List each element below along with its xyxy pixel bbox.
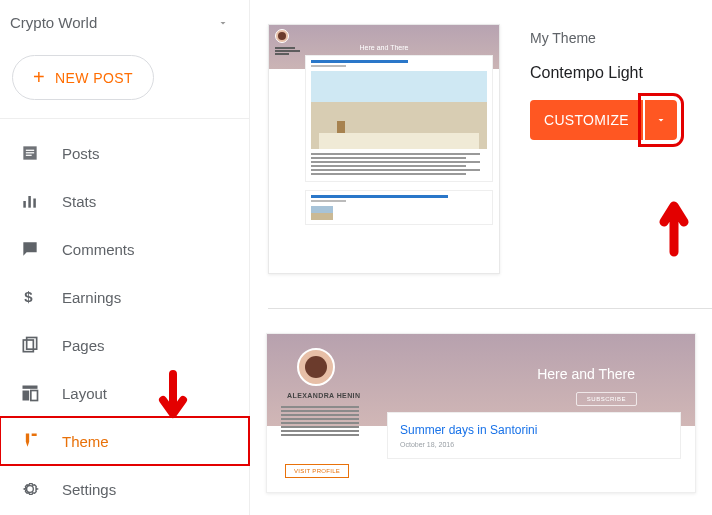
new-post-button[interactable]: + NEW POST [12,55,154,100]
divider [268,308,712,309]
chevron-down-icon [217,17,229,29]
sidebar-item-label: Settings [62,481,116,498]
posts-icon [20,143,40,163]
avatar [275,29,289,43]
svg-rect-12 [32,434,37,437]
plus-icon: + [33,66,45,89]
my-theme-label: My Theme [530,30,677,46]
preview-post-date: October 18, 2016 [400,441,668,448]
sidebar-item-label: Layout [62,385,107,402]
layout-icon [20,383,40,403]
theme-preview-large[interactable]: ALEXANDRA HENIN Here and There SUBSCRIBE… [266,333,696,493]
preview-post-card [305,55,493,182]
annotation-arrow-down-icon [155,370,191,430]
preview-author-name: ALEXANDRA HENIN [287,392,360,399]
sidebar-item-label: Earnings [62,289,121,306]
theme-icon [20,431,40,451]
theme-name: Contempo Light [530,64,677,82]
svg-rect-9 [23,386,38,389]
sidebar-item-earnings[interactable]: $ Earnings [0,273,249,321]
svg-rect-4 [28,196,31,208]
svg-rect-0 [26,150,34,151]
svg-rect-2 [26,155,32,156]
preview-post-card [305,190,493,225]
sidebar-item-label: Comments [62,241,135,258]
sidebar-item-label: Pages [62,337,105,354]
preview-hero-title: Here and There [360,44,409,51]
new-post-container: + NEW POST [0,45,249,119]
customize-button[interactable]: CUSTOMIZE [530,100,643,140]
sidebar-item-label: Theme [62,433,109,450]
comments-icon [20,239,40,259]
sidebar-item-theme[interactable]: Theme [0,417,249,465]
gear-icon [20,479,40,499]
pages-icon [20,335,40,355]
preview-visit-profile: VISIT PROFILE [285,464,349,478]
svg-rect-10 [23,391,30,401]
sidebar-nav: Posts Stats Comments $ Earnings Pages La… [0,119,249,513]
sidebar-item-label: Stats [62,193,96,210]
svg-rect-1 [26,152,34,153]
preview-post-title: Summer days in Santorini [400,423,668,437]
current-theme-row: Here and There My Theme Co [268,24,712,274]
blog-selector[interactable]: Crypto World [0,0,249,45]
svg-rect-11 [31,391,38,401]
sidebar-item-posts[interactable]: Posts [0,129,249,177]
customize-group: CUSTOMIZE [530,100,677,140]
preview-subscribe-button: SUBSCRIBE [576,392,637,406]
sidebar-item-pages[interactable]: Pages [0,321,249,369]
theme-preview-small[interactable]: Here and There [268,24,500,274]
preview-sidebar-text [275,47,303,56]
earnings-icon: $ [20,287,40,307]
new-post-label: NEW POST [55,70,133,86]
avatar [297,348,335,386]
sidebar-item-comments[interactable]: Comments [0,225,249,273]
preview-post-card: Summer days in Santorini October 18, 201… [387,412,681,459]
svg-text:$: $ [24,288,33,305]
preview-author-bio [281,406,359,438]
blog-name: Crypto World [10,14,97,31]
preview-hero-title: Here and There [537,366,635,382]
svg-rect-3 [23,201,26,208]
sidebar: Crypto World + NEW POST Posts Stats Comm… [0,0,250,515]
main-content: Here and There My Theme Co [250,0,712,515]
svg-rect-5 [33,199,36,208]
sidebar-item-stats[interactable]: Stats [0,177,249,225]
sidebar-item-layout[interactable]: Layout [0,369,249,417]
chevron-down-icon [655,114,667,126]
sidebar-item-settings[interactable]: Settings [0,465,249,513]
theme-info: My Theme Contempo Light CUSTOMIZE [530,24,677,140]
sidebar-item-label: Posts [62,145,100,162]
stats-icon [20,191,40,211]
customize-dropdown-button[interactable] [645,100,677,140]
annotation-arrow-up-icon [656,192,692,258]
